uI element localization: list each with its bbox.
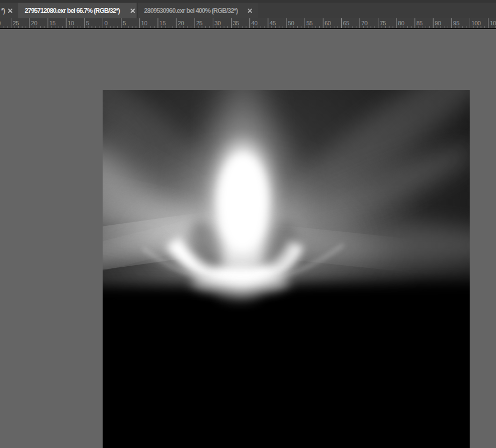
svg-text:10: 10	[68, 20, 74, 26]
svg-text:50: 50	[288, 20, 294, 26]
svg-text:5: 5	[86, 20, 89, 26]
svg-text:30: 30	[0, 20, 1, 26]
svg-text:65: 65	[343, 20, 349, 26]
svg-text:60: 60	[325, 20, 331, 26]
svg-text:25: 25	[12, 20, 19, 26]
svg-text:15: 15	[160, 20, 166, 26]
svg-text:85: 85	[416, 20, 423, 26]
svg-text:75: 75	[380, 20, 386, 26]
svg-text:20: 20	[31, 20, 38, 26]
svg-text:25: 25	[196, 20, 203, 26]
svg-text:35: 35	[233, 20, 239, 26]
svg-text:20: 20	[178, 20, 184, 26]
svg-text:80: 80	[398, 20, 405, 26]
svg-text:55: 55	[306, 20, 313, 26]
svg-text:70: 70	[361, 20, 368, 26]
svg-text:30: 30	[214, 20, 221, 26]
svg-text:90: 90	[435, 20, 441, 26]
svg-text:15: 15	[49, 20, 56, 26]
svg-text:105: 105	[490, 20, 496, 26]
svg-text:100: 100	[471, 20, 481, 26]
svg-text:45: 45	[270, 20, 276, 26]
svg-text:5: 5	[123, 20, 126, 26]
svg-text:10: 10	[141, 20, 148, 26]
svg-text:0: 0	[104, 20, 107, 26]
svg-text:95: 95	[453, 20, 459, 26]
svg-text:40: 40	[251, 20, 257, 26]
